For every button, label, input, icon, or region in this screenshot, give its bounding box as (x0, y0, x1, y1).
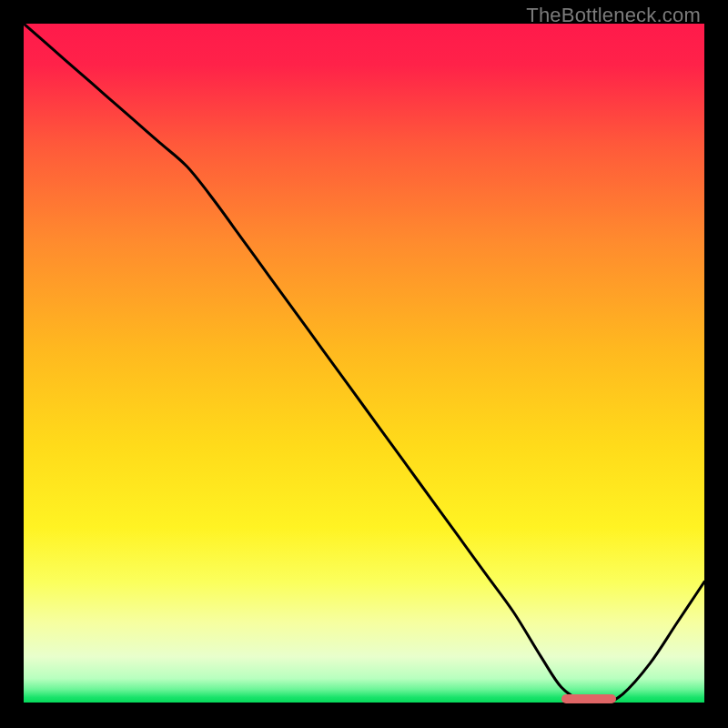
chart-frame (24, 24, 704, 704)
optimal-range-marker (561, 694, 616, 703)
plot-area (24, 24, 704, 704)
bottleneck-curve (24, 24, 704, 704)
watermark-label: TheBottleneck.com (526, 4, 701, 27)
